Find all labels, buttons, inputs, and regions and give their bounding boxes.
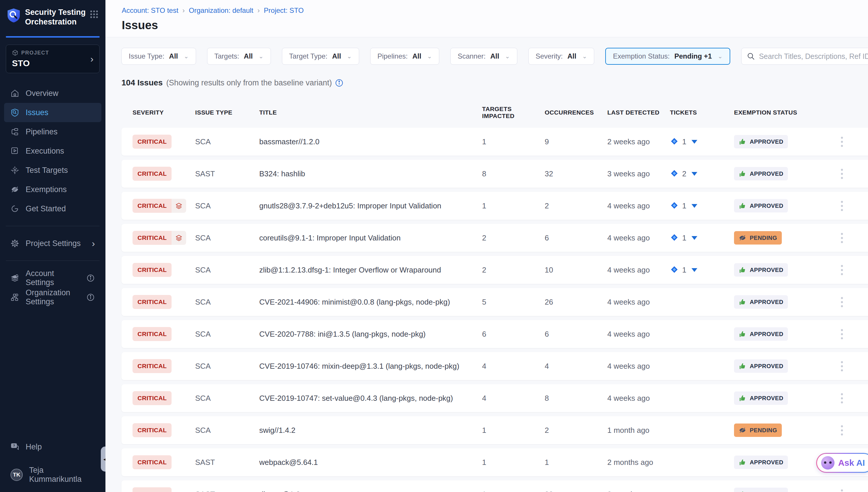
row-menu-kebab-icon[interactable]: [836, 329, 848, 339]
shield-search-icon: [10, 108, 19, 117]
issues-count-line: 104 Issues (Showing results only from th…: [122, 78, 868, 88]
exemption-status-label: APPROVED: [750, 331, 783, 338]
exemption-status-badge: APPROVED: [734, 488, 788, 492]
filter-target-type[interactable]: Target Type:All⌄: [282, 48, 359, 65]
breadcrumb-account-link[interactable]: Account: STO test: [122, 6, 178, 15]
info-icon[interactable]: [335, 79, 343, 87]
exemption-status-badge: APPROVED: [734, 295, 788, 309]
severity-badge: CRITICAL: [133, 199, 186, 213]
thumbs-up-icon: [739, 298, 746, 306]
sidebar-item-pipelines[interactable]: Pipelines: [4, 122, 101, 141]
row-menu-kebab-icon[interactable]: [836, 489, 848, 492]
search-input[interactable]: [759, 52, 868, 60]
filter-issue-type[interactable]: Issue Type:All⌄: [122, 48, 196, 65]
filter-scanner[interactable]: Scanner:All⌄: [450, 48, 517, 65]
project-selector[interactable]: PROJECT STO ›: [6, 45, 100, 73]
jira-ticket-icon[interactable]: [670, 169, 679, 178]
ticket-dropdown-caret-icon[interactable]: [691, 268, 697, 272]
row-menu-kebab-icon[interactable]: [836, 297, 848, 307]
sidebar-item-overview[interactable]: Overview: [4, 84, 101, 103]
issue-title-cell: B324: hashlib: [259, 169, 482, 178]
sidebar-item-executions[interactable]: Executions: [4, 141, 101, 161]
table-row[interactable]: CRITICAL SCA CVE-2019-10747: set-value@0…: [122, 384, 868, 412]
row-menu-kebab-icon[interactable]: [836, 361, 848, 371]
filter-exemption-status[interactable]: Exemption Status:Pending +1⌄: [605, 48, 730, 65]
row-menu-kebab-icon[interactable]: [836, 265, 848, 275]
row-menu-kebab-icon[interactable]: [836, 425, 848, 436]
ticket-dropdown-caret-icon[interactable]: [691, 172, 697, 176]
table-row[interactable]: CRITICAL SCA CVE-2020-7788: ini@1.3.5 (l…: [122, 320, 868, 348]
ticket-count: 1: [682, 266, 686, 275]
table-row[interactable]: CRITICAL SCA bassmaster//1.2.0 1 9 2 wee…: [122, 128, 868, 156]
row-menu-kebab-icon[interactable]: [836, 169, 848, 179]
thumbs-up-icon: [739, 170, 746, 177]
occurrences-cell: 4: [545, 362, 607, 371]
sidebar-item-get-started[interactable]: Get Started: [4, 199, 101, 218]
jira-ticket-icon[interactable]: [670, 201, 679, 210]
col-last-detected: LAST DETECTED: [607, 109, 670, 116]
row-menu-kebab-icon[interactable]: [836, 393, 848, 403]
exemption-status-label: PENDING: [750, 427, 777, 434]
app-grid-icon[interactable]: [90, 10, 99, 19]
filter-targets[interactable]: Targets:All⌄: [207, 48, 271, 65]
occurrences-cell: 8: [545, 394, 607, 403]
ticket-dropdown-caret-icon[interactable]: [691, 140, 697, 144]
severity-label: CRITICAL: [133, 231, 172, 245]
table-row[interactable]: CRITICAL SAST B324: hashlib 8 32 3 weeks…: [122, 160, 868, 188]
last-detected-cell: 4 weeks ago: [607, 362, 670, 371]
sidebar-item-project-settings[interactable]: Project Settings ›: [4, 234, 101, 253]
jira-ticket-icon[interactable]: [670, 233, 679, 242]
sidebar-item-organization-settings[interactable]: Organization Settings: [4, 288, 101, 307]
row-menu-kebab-icon[interactable]: [836, 201, 848, 211]
breadcrumb-organization-link[interactable]: Organization: default: [189, 6, 253, 15]
table-row[interactable]: CRITICAL SAST django@1.2 1 22 2 months a…: [122, 480, 868, 492]
targets-impacted-cell: 1: [482, 490, 545, 492]
targets-impacted-cell: 2: [482, 233, 545, 243]
sidebar-item-test-targets[interactable]: Test Targets: [4, 161, 101, 180]
row-menu-kebab-icon[interactable]: [836, 137, 848, 147]
filter-pipelines[interactable]: Pipelines:All⌄: [370, 48, 440, 65]
sidebar-item-help[interactable]: ? Help: [4, 437, 101, 457]
breadcrumb-project-link[interactable]: Project: STO: [264, 6, 304, 15]
info-icon[interactable]: [86, 274, 95, 282]
tickets-cell: 2: [670, 169, 734, 178]
tickets-cell: 1: [670, 201, 734, 211]
chevron-down-icon: ⌄: [259, 53, 264, 60]
sidebar-item-label: Get Started: [26, 204, 66, 213]
sidebar: Security Testing Orchestration PROJECT S…: [0, 0, 105, 492]
chevron-down-icon: ⌄: [184, 53, 189, 60]
severity-label: CRITICAL: [133, 199, 172, 213]
table-row[interactable]: CRITICAL SCA CVE-2021-44906: minimist@0.…: [122, 288, 868, 316]
sidebar-item-account-settings[interactable]: Account Settings: [4, 268, 101, 288]
severity-label: CRITICAL: [133, 135, 172, 149]
severity-badge: CRITICAL: [133, 423, 172, 437]
table-row[interactable]: CRITICAL SCA CVE-2019-10746: mixin-deep@…: [122, 352, 868, 380]
thumbs-up-icon: [739, 362, 746, 370]
row-menu-kebab-icon[interactable]: [836, 233, 848, 243]
table-row[interactable]: CRITICAL SCA zlib@1:1.2.13.dfsg-1: Integ…: [122, 256, 868, 284]
page-title: Issues: [122, 19, 868, 32]
sidebar-item-issues[interactable]: Issues: [4, 103, 101, 122]
target-icon: [10, 166, 19, 175]
ask-ai-button[interactable]: Ask AI: [816, 453, 868, 473]
jira-ticket-icon[interactable]: [670, 137, 679, 146]
table-row[interactable]: CRITICAL SCA swig//1.4.2 1 2 1 month ago…: [122, 416, 868, 444]
jira-ticket-icon[interactable]: [670, 266, 679, 274]
info-icon[interactable]: [86, 294, 95, 301]
filter-severity[interactable]: Severity:All⌄: [528, 48, 595, 65]
table-row[interactable]: CRITICAL SAST webpack@5.64.1 1 1 2 month…: [122, 448, 868, 476]
ticket-dropdown-caret-icon[interactable]: [691, 236, 697, 240]
user-menu[interactable]: TK Teja Kummarikuntla: [4, 465, 101, 485]
issue-title-cell: swig//1.4.2: [259, 426, 482, 435]
eye-off-icon: [10, 185, 19, 194]
issue-type-cell: SCA: [195, 330, 259, 339]
severity-label: CRITICAL: [133, 263, 172, 277]
occurrences-cell: 2: [545, 201, 607, 211]
issue-type-cell: SCA: [195, 298, 259, 306]
issue-type-cell: SCA: [195, 362, 259, 371]
table-row[interactable]: CRITICAL SCA coreutils@9.1-1: Improper I…: [122, 224, 868, 252]
sidebar-item-exemptions[interactable]: Exemptions: [4, 180, 101, 199]
table-row[interactable]: CRITICAL SCA gnutls28@3.7.9-2+deb12u5: I…: [122, 192, 868, 220]
ticket-dropdown-caret-icon[interactable]: [691, 204, 697, 208]
exemption-status-badge: APPROVED: [734, 456, 788, 469]
